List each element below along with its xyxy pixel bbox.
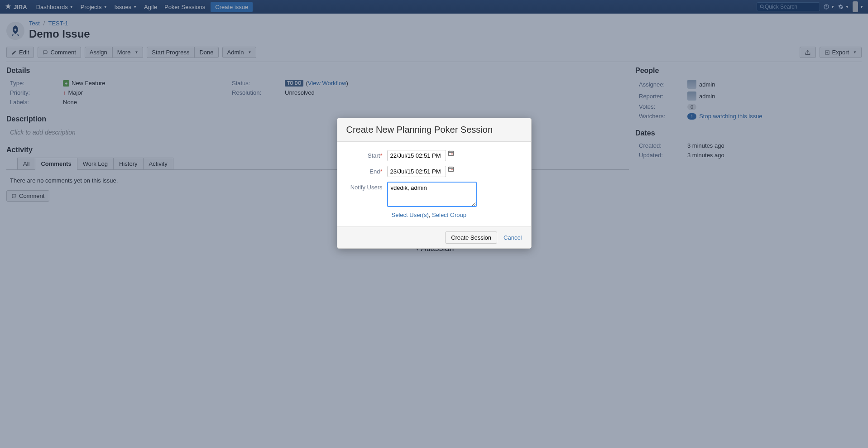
calendar-icon <box>448 166 454 172</box>
end-datepicker-button[interactable] <box>448 166 454 172</box>
start-label: Start* <box>346 150 387 159</box>
dialog-footer: Create Session Cancel <box>337 226 531 248</box>
select-group-link[interactable]: Select Group <box>432 212 466 218</box>
calendar-icon <box>448 150 454 156</box>
svg-rect-14 <box>451 169 452 170</box>
select-users-link[interactable]: Select User(s) <box>392 212 429 218</box>
end-label: End* <box>346 166 387 175</box>
create-poker-session-dialog: Create New Planning Poker Session Start*… <box>337 118 532 249</box>
notify-users-input[interactable] <box>387 182 477 207</box>
cancel-link[interactable]: Cancel <box>504 234 522 241</box>
end-label-text: End <box>369 168 380 175</box>
end-input[interactable] <box>387 166 446 177</box>
field-end: End* <box>346 166 522 177</box>
dialog-title: Create New Planning Poker Session <box>337 118 531 142</box>
start-label-text: Start <box>368 152 380 159</box>
start-datepicker-button[interactable] <box>448 150 454 156</box>
svg-rect-9 <box>451 154 452 154</box>
field-notify-users: Notify Users <box>346 182 522 207</box>
svg-rect-5 <box>448 151 453 155</box>
notify-label: Notify Users <box>346 182 387 191</box>
notify-helper: Select User(s), Select Group <box>392 212 522 218</box>
start-input[interactable] <box>387 150 446 161</box>
dialog-body: Start* End* Notify Users Select User(s),… <box>337 142 531 226</box>
svg-rect-10 <box>448 167 453 171</box>
field-start: Start* <box>346 150 522 161</box>
create-session-button[interactable]: Create Session <box>445 231 497 244</box>
helper-sep: , <box>429 212 432 218</box>
required-icon: * <box>380 168 382 175</box>
required-icon: * <box>380 152 382 159</box>
